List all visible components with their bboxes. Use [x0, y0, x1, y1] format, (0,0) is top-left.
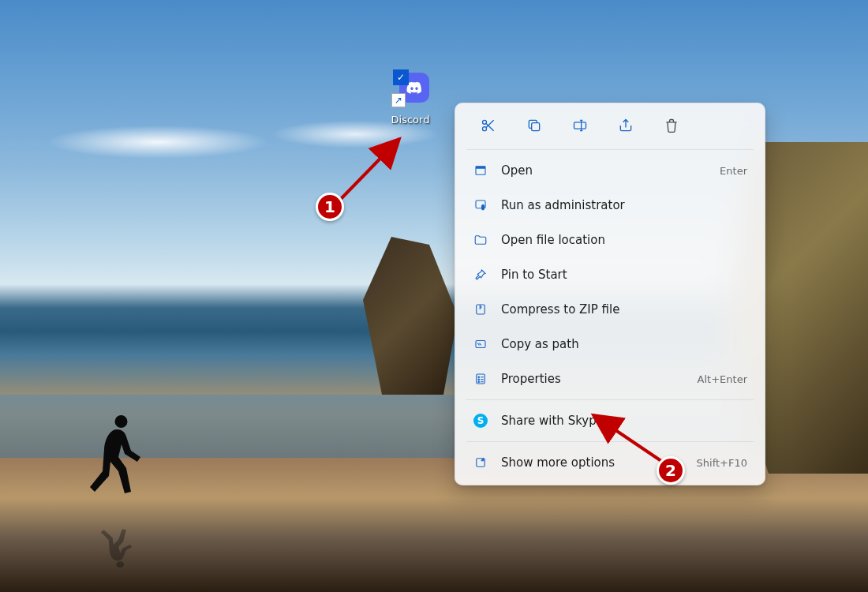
context-menu-top-actions — [460, 108, 760, 146]
wallpaper-runner-reflection — [87, 519, 150, 570]
trash-icon — [664, 118, 679, 133]
svg-point-1 — [483, 127, 487, 131]
discord-icon: ✓ ↗ — [391, 73, 429, 111]
shortcut-label: Discord — [385, 114, 436, 126]
menu-item-compress-to-zip[interactable]: Compress to ZIP file — [460, 292, 760, 327]
menu-item-pin-to-start[interactable]: Pin to Start — [460, 257, 760, 292]
svg-point-12 — [478, 381, 480, 383]
pin-icon — [473, 268, 488, 282]
cut-button[interactable] — [466, 111, 511, 140]
copy-button[interactable] — [512, 111, 556, 140]
desktop-shortcut-discord[interactable]: ✓ ↗ Discord — [385, 73, 436, 126]
context-menu: Open Enter Run as administrator Open fil… — [455, 103, 765, 485]
menu-item-open-file-location[interactable]: Open file location — [460, 223, 760, 257]
menu-item-label: Copy as path — [501, 337, 747, 351]
share-button[interactable] — [604, 111, 648, 140]
shield-icon — [473, 198, 488, 212]
scissors-icon — [481, 118, 496, 133]
svg-rect-3 — [574, 122, 586, 129]
menu-item-label: Run as administrator — [501, 198, 747, 212]
selected-check-overlay: ✓ — [393, 69, 409, 85]
rename-button[interactable] — [558, 111, 602, 140]
menu-item-copy-as-path[interactable]: Copy as path — [460, 327, 760, 362]
path-icon — [473, 337, 488, 351]
menu-item-accelerator: Shift+F10 — [697, 457, 747, 469]
menu-item-label: Open file location — [501, 233, 747, 247]
copy-icon — [526, 118, 542, 133]
menu-item-label: Properties — [501, 372, 698, 386]
svg-rect-7 — [477, 305, 485, 314]
zip-icon — [473, 302, 488, 317]
shortcut-arrow-overlay: ↗ — [391, 93, 406, 107]
delete-button[interactable] — [649, 111, 694, 140]
open-icon — [473, 163, 488, 178]
more-icon — [473, 455, 488, 470]
menu-separator — [466, 441, 754, 442]
menu-item-show-more-options[interactable]: Show more options Shift+F10 — [460, 445, 760, 480]
menu-item-properties[interactable]: Properties Alt+Enter — [460, 362, 760, 396]
svg-point-11 — [478, 379, 480, 380]
menu-item-label: Compress to ZIP file — [501, 302, 747, 317]
menu-item-run-as-administrator[interactable]: Run as administrator — [460, 188, 760, 223]
menu-separator — [466, 399, 754, 400]
wallpaper-runner — [87, 410, 150, 513]
menu-item-label: Pin to Start — [501, 268, 747, 282]
menu-item-label: Share with Skype — [501, 414, 747, 428]
menu-item-label: Open — [501, 163, 720, 178]
svg-rect-2 — [532, 123, 540, 131]
menu-item-open[interactable]: Open Enter — [460, 153, 760, 188]
rename-icon — [572, 118, 588, 133]
properties-icon — [473, 372, 488, 386]
menu-separator — [466, 149, 754, 150]
svg-point-10 — [478, 377, 480, 378]
share-icon — [618, 118, 634, 133]
svg-rect-5 — [476, 167, 485, 169]
menu-item-accelerator: Alt+Enter — [698, 373, 747, 385]
folder-icon — [473, 233, 488, 247]
annotation-badge-1: 1 — [316, 193, 344, 221]
menu-item-accelerator: Enter — [720, 165, 747, 177]
skype-icon: S — [473, 413, 488, 429]
wallpaper-rock-left — [363, 237, 458, 395]
annotation-badge-2: 2 — [657, 456, 685, 485]
menu-item-share-with-skype[interactable]: S Share with Skype — [460, 403, 760, 438]
svg-point-0 — [483, 120, 487, 124]
desktop-wallpaper: ✓ ↗ Discord Open Ent — [0, 0, 868, 592]
